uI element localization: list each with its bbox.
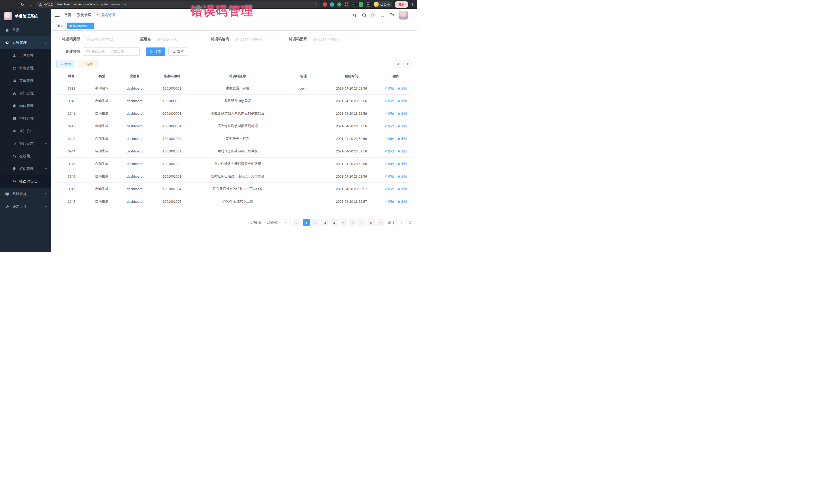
sidebar-subitem[interactable]: 部门管理	[0, 87, 51, 100]
delete-link[interactable]: 删除	[397, 86, 407, 91]
edit-link[interactable]: 修改	[385, 124, 394, 128]
update-button[interactable]: 更新	[395, 1, 408, 8]
forward-icon[interactable]: →	[11, 3, 17, 6]
toggle-search-button[interactable]	[394, 60, 402, 68]
page-button[interactable]: 6	[349, 219, 356, 226]
back-icon[interactable]: ←	[3, 3, 9, 6]
add-button[interactable]: + 新增	[57, 60, 75, 68]
address-bar[interactable]: ⚠ 不安全 dashboard.yudao.iocoder.cn/system/…	[36, 1, 320, 8]
sidebar-subitem[interactable]: 在线用户	[0, 150, 51, 162]
grid-extension-icon[interactable]	[344, 2, 349, 7]
sidebar-subitem-label: 部门管理	[19, 91, 34, 96]
column-header: 错误码提示	[192, 70, 284, 82]
edit-link[interactable]: 修改	[385, 174, 394, 179]
sidebar-subitem[interactable]: 菜单管理	[0, 74, 51, 87]
edit-link[interactable]: 修改	[385, 86, 394, 91]
sidebar-subitem[interactable]: 短信管理	[0, 162, 51, 175]
app-logo[interactable]: 芋道管理系统	[0, 9, 51, 24]
record-extension-icon[interactable]	[323, 2, 327, 7]
edit-link[interactable]: 修改	[385, 99, 394, 103]
v-extension-icon[interactable]: V	[337, 2, 342, 7]
browser-home-icon[interactable]: ⌂	[28, 3, 34, 6]
date-range-picker[interactable]: 开始日期 - 结束日期	[83, 47, 139, 56]
sidebar-subitem[interactable]: 岗位管理	[0, 100, 51, 112]
trash-icon	[397, 112, 400, 115]
page-button[interactable]: 1	[303, 219, 310, 226]
sidebar-item[interactable]: 研发工具	[0, 200, 51, 213]
sidebar-subitem[interactable]: 通知公告	[0, 125, 51, 137]
fullscreen-icon[interactable]	[380, 13, 385, 18]
error-code-input[interactable]	[232, 35, 281, 43]
reload-icon[interactable]: ↻	[20, 3, 25, 6]
leaf-extension-icon[interactable]	[359, 2, 363, 7]
delete-link[interactable]: 删除	[397, 174, 407, 179]
breadcrumb-item[interactable]: 首页	[64, 13, 77, 18]
pagination: 共 76 条 10条/页 ‹ 123456...8 › 前往 页	[57, 219, 412, 226]
sidebar-subitem[interactable]: 审计日志	[0, 137, 51, 150]
profile-chip[interactable]: 已暂停	[373, 1, 392, 7]
help-icon[interactable]: ?	[371, 13, 375, 18]
page-button[interactable]: 3	[321, 219, 328, 226]
error-type-select[interactable]: 请选择错误码类型	[83, 35, 132, 43]
prev-page-button[interactable]: ‹	[293, 219, 300, 226]
drop-extension-icon[interactable]	[330, 2, 334, 7]
sidebar-subitem[interactable]: 用户管理	[0, 49, 51, 62]
refresh-table-button[interactable]	[404, 60, 412, 68]
delete-link[interactable]: 删除	[397, 149, 407, 153]
delete-link[interactable]: 删除	[397, 111, 407, 116]
menu-kebab-icon[interactable]: ⋮	[411, 3, 414, 6]
menu-item-icon	[12, 53, 16, 58]
delete-link[interactable]: 删除	[397, 187, 407, 191]
edit-link[interactable]: 修改	[385, 111, 394, 116]
tag-view[interactable]: 错误码管理 ×	[67, 23, 94, 29]
edit-link[interactable]: 修改	[385, 136, 394, 141]
page-button[interactable]: 2	[312, 219, 319, 226]
sidebar-item-system[interactable]: 系统管理	[0, 37, 51, 49]
trash-icon	[397, 87, 400, 90]
page-button[interactable]: 4	[331, 219, 338, 226]
edit-link[interactable]: 修改	[385, 162, 394, 166]
next-page-button[interactable]: ›	[377, 219, 385, 226]
hamburger-icon[interactable]	[55, 14, 60, 17]
app-name-input[interactable]	[154, 35, 203, 43]
user-menu[interactable]	[399, 11, 412, 20]
page-size-select[interactable]: 10条/页	[264, 219, 290, 226]
delete-link[interactable]: 删除	[397, 199, 407, 204]
search-icon[interactable]	[353, 13, 357, 18]
on-badge-extension-icon[interactable]: on	[352, 2, 356, 7]
cell-hint: 不能删除类型为系统内置的参数配置	[192, 107, 284, 120]
close-icon[interactable]: ×	[90, 24, 92, 28]
delete-link[interactable]: 删除	[397, 99, 407, 103]
edit-link[interactable]: 修改	[385, 187, 394, 191]
reset-button[interactable]: 重置	[168, 47, 188, 56]
delete-link[interactable]: 删除	[397, 124, 407, 128]
cell-time: 2021-04-20 23:52:56	[323, 120, 380, 132]
sidebar-subitem[interactable]: 错误码管理	[0, 175, 51, 188]
trash-icon	[397, 125, 400, 128]
delete-link[interactable]: 删除	[397, 162, 407, 166]
cell-type: 自动生成	[87, 170, 117, 183]
page-button[interactable]: 8	[368, 219, 375, 226]
page-button[interactable]: 5	[340, 219, 347, 226]
breadcrumb-item[interactable]: 系统管理	[77, 13, 97, 18]
sidebar-subitem[interactable]: 角色管理	[0, 62, 51, 74]
plus-icon: +	[61, 62, 63, 66]
sidebar-subitem[interactable]: 字典管理	[0, 112, 51, 125]
search-button[interactable]: 搜索	[146, 47, 165, 56]
goto-page-input[interactable]	[396, 219, 407, 226]
github-icon[interactable]	[362, 13, 366, 18]
breadcrumb-item[interactable]: 错误码管理	[97, 13, 115, 18]
sidebar-item-home[interactable]: 首页	[0, 24, 51, 37]
page-button[interactable]: ...	[358, 219, 366, 226]
edit-link[interactable]: 修改	[385, 199, 394, 204]
tag-view[interactable]: 首页 ×	[55, 23, 66, 29]
error-hint-input[interactable]	[310, 35, 359, 43]
extensions-puzzle-icon[interactable]	[366, 2, 370, 7]
bookmark-star-icon[interactable]: ☆	[314, 2, 317, 6]
cell-operations: 修改 删除	[380, 145, 412, 158]
edit-link[interactable]: 修改	[385, 149, 394, 153]
delete-link[interactable]: 删除	[397, 136, 407, 141]
font-size-icon[interactable]: TT	[390, 13, 394, 18]
export-button[interactable]: 导出	[78, 60, 97, 68]
sidebar-item[interactable]: 基础设施	[0, 188, 51, 200]
